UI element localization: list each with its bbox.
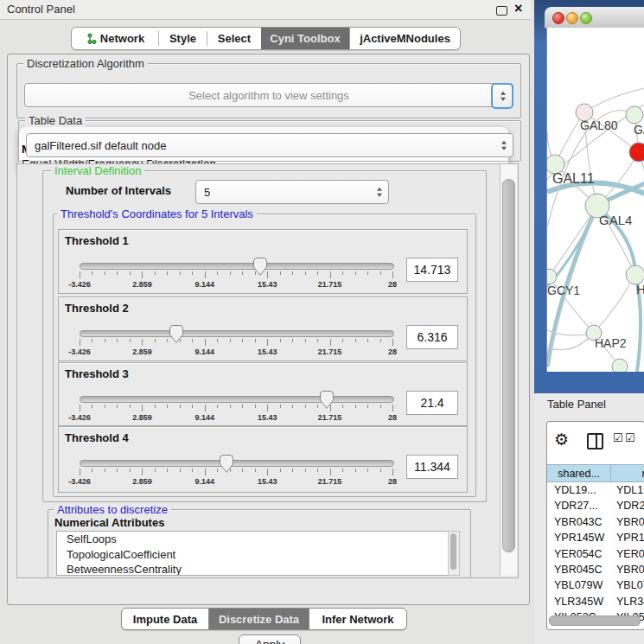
algorithm-combobox[interactable]: Select algorithm to view settings <box>24 83 513 107</box>
node-bottom[interactable] <box>612 359 628 372</box>
cell-shared-name[interactable]: YER054C <box>547 546 611 562</box>
network-window-titlebar[interactable] <box>545 7 644 29</box>
table-row[interactable]: YER054CYER054C <box>547 546 644 562</box>
tab-jactivemnodules[interactable]: jActiveMNodules <box>349 28 460 49</box>
float-window-icon[interactable] <box>496 6 507 16</box>
table-row[interactable]: YBR045CYBR045C <box>547 562 644 577</box>
table-row[interactable]: YLR345WYLR345W <box>547 594 644 609</box>
tab-style-label: Style <box>169 32 196 45</box>
checkbox-icon[interactable]: ☑ <box>613 431 623 444</box>
tick-mark <box>180 339 181 342</box>
numerical-attributes-list[interactable]: SelfLoopsTopologicalCoefficientBetweenne… <box>56 531 449 576</box>
cell-shared-name[interactable]: YPR145W <box>547 530 611 545</box>
tick-mark <box>355 271 356 275</box>
zoom-traffic-light-icon[interactable] <box>580 12 592 24</box>
tick-mark <box>155 469 156 472</box>
threshold-4-value-field[interactable]: 11.344 <box>406 455 458 479</box>
interval-definition-group-title: Interval Definition <box>51 165 144 177</box>
tick-mark <box>80 405 80 411</box>
slider-scale-labels: -3.4262.8599.14415.4321.71528 <box>80 413 392 423</box>
threshold-4-slider[interactable]: -3.4262.8599.14415.4321.71528 <box>80 453 392 488</box>
threshold-1-value-field[interactable]: 14.713 <box>406 258 458 282</box>
cell-shared-name[interactable]: YDR27... <box>547 498 611 513</box>
close-icon[interactable]: × <box>514 1 522 16</box>
scale-label: 28 <box>388 348 397 356</box>
tick-mark <box>242 469 243 472</box>
tab-network[interactable]: Network <box>72 28 158 49</box>
gear-icon[interactable]: ⚙ <box>554 430 569 449</box>
table-data-combobox[interactable]: galFiltered.sif default node <box>26 133 513 157</box>
attributes-list-scrollbar[interactable] <box>448 531 460 576</box>
table-row[interactable]: YBR043CYBR043C <box>547 514 644 530</box>
slider-scale-labels: -3.4262.8599.14415.4321.71528 <box>80 280 392 290</box>
minimize-traffic-light-icon[interactable] <box>566 12 578 24</box>
tab-cyni-toolbox[interactable]: Cyni Toolbox <box>261 28 349 49</box>
tick-mark <box>342 271 343 275</box>
scale-label: 9.144 <box>195 280 215 289</box>
scale-label: 21.715 <box>318 413 342 422</box>
column-header-shared[interactable]: shared... <box>547 464 611 482</box>
slider-track[interactable] <box>80 396 394 403</box>
cell-shared-name[interactable]: YLR345W <box>547 594 611 609</box>
tick-mark <box>380 271 381 275</box>
table-row[interactable]: YDR27...YDR27 <box>547 498 644 513</box>
tab-style[interactable]: Style <box>159 28 207 49</box>
cell-name[interactable]: YPR145W <box>611 530 644 545</box>
tick-mark <box>267 271 268 278</box>
network-canvas[interactable]: GAL80 GAL GAL11 GAL4 GCY1 H HAP2 <box>546 28 644 372</box>
attribute-list-item[interactable]: TopologicalCoefficient <box>57 547 448 563</box>
tab-impute-data[interactable]: Impute Data <box>122 609 208 629</box>
tick-mark <box>167 405 168 408</box>
checkbox-icon[interactable]: ☑ <box>625 431 635 444</box>
tick-mark <box>330 469 331 475</box>
vertical-scrollbar-thumb[interactable] <box>502 179 515 552</box>
cell-name[interactable]: YBR045C <box>611 562 644 577</box>
tab-discretize-data[interactable]: Discretize Data <box>208 609 309 629</box>
cell-shared-name[interactable]: YDL19... <box>547 482 611 498</box>
cyni-toolbox-content: Discretization Algorithm Select algorith… <box>7 54 530 605</box>
threshold-3-value-field[interactable]: 21.4 <box>406 391 458 415</box>
cell-name[interactable]: YBL079W <box>611 577 644 593</box>
threshold-2-slider[interactable]: -3.4262.8599.14415.4321.71528 <box>80 323 392 358</box>
table-row[interactable]: YPR145WYPR145W <box>547 530 644 545</box>
cell-name[interactable]: YLR345W <box>611 594 644 609</box>
threshold-1-slider[interactable]: -3.4262.8599.14415.4321.71528 <box>80 256 392 290</box>
cell-name[interactable]: YDR27 <box>611 498 644 513</box>
cell-name[interactable]: YBR043C <box>611 514 644 530</box>
cell-name[interactable]: YER054C <box>611 546 644 562</box>
node-gcy1[interactable] <box>547 269 557 284</box>
slider-track[interactable] <box>80 460 394 467</box>
slider-track[interactable] <box>80 330 394 337</box>
number-of-intervals-combobox[interactable]: 5 <box>195 180 389 204</box>
control-panel-tabbar: Network Style Select Cyni Toolbox jActiv… <box>71 27 461 50</box>
horizontal-scrollbar-thumb[interactable] <box>549 615 641 626</box>
node-gal[interactable] <box>626 106 643 124</box>
tick-mark <box>355 469 356 472</box>
cell-shared-name[interactable]: YBR043C <box>547 514 611 530</box>
cell-shared-name[interactable]: YBL079W <box>547 577 611 593</box>
tab-infer-network[interactable]: Infer Network <box>309 609 406 629</box>
cell-name[interactable]: YDL19 <box>611 482 644 498</box>
node-label-gcy1: GCY1 <box>547 284 580 297</box>
node-red-selected[interactable] <box>629 143 644 162</box>
apply-button[interactable]: Apply <box>239 634 301 644</box>
table-row[interactable]: YBL079WYBL079W <box>547 577 644 593</box>
tick-mark <box>217 469 218 472</box>
attribute-list-item[interactable]: BetweennessCentrality <box>57 562 448 576</box>
columns-icon[interactable] <box>587 433 603 450</box>
close-traffic-light-icon[interactable] <box>552 12 564 24</box>
threshold-2-value-field[interactable]: 6.316 <box>406 325 458 349</box>
threshold-3-slider[interactable]: -3.4262.8599.14415.4321.71528 <box>80 389 392 424</box>
algorithm-combobox-stepper[interactable] <box>491 83 513 109</box>
cell-shared-name[interactable]: YBR045C <box>547 562 611 577</box>
tick-mark <box>105 405 105 408</box>
table-row[interactable]: YDL19...YDL19 <box>547 482 644 498</box>
tick-mark <box>142 339 143 346</box>
tick-mark <box>280 469 281 472</box>
tick-mark <box>155 405 156 408</box>
node-label-h: H <box>636 282 644 296</box>
slider-track[interactable] <box>80 263 394 270</box>
attribute-list-item[interactable]: SelfLoops <box>57 532 448 547</box>
tab-select[interactable]: Select <box>207 28 261 49</box>
column-header-name[interactable]: na <box>611 464 644 482</box>
